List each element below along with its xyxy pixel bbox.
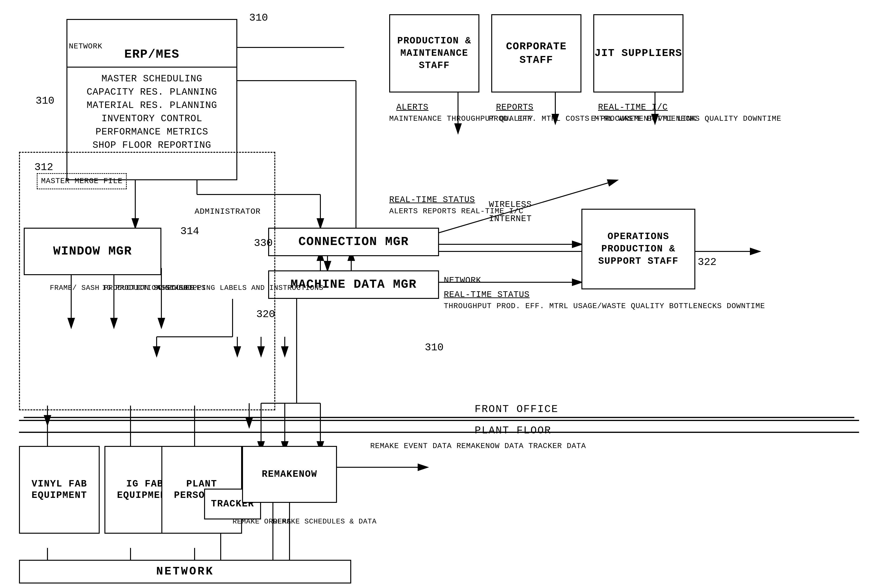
jit-suppliers-box: JIT SUPPLIERS: [593, 14, 684, 93]
vinyl-fab-title: VINYL FAB EQUIPMENT: [20, 478, 99, 501]
assy-shipping-label: ASSY/SHIPPING LABELS AND INSTRUCTIONS: [156, 284, 323, 293]
front-office-label: FRONT OFFICE: [475, 403, 558, 415]
network-label-top: NETWORK: [69, 42, 102, 51]
dashed-left-area: [19, 152, 275, 410]
ref-322: 322: [698, 256, 717, 268]
alerts-label: ALERTS: [396, 102, 428, 113]
network-bottom-box: NETWORK: [19, 560, 351, 584]
real-time-status-bottom-label: REAL-TIME STATUS: [444, 290, 530, 300]
production-staff-title: PRODUCTION & MAINTENANCE STAFF: [390, 35, 478, 72]
corporate-staff-title: CORPORATE STAFF: [492, 40, 580, 67]
plant-floor-label: PLANT FLOOR: [475, 424, 551, 436]
reports-label: REPORTS: [496, 102, 533, 113]
ref-310-bottom: 310: [425, 342, 443, 353]
remake-schedules-label: REMAKE SCHEDULES & DATA: [273, 517, 377, 526]
divider-upper: [19, 420, 859, 421]
ref-310-left: 310: [36, 95, 54, 107]
divider-lower: [19, 432, 859, 433]
corporate-staff-box: CORPORATE STAFF: [491, 14, 581, 93]
jit-suppliers-title: JIT SUPPLIERS: [595, 46, 682, 60]
network-right-label: NETWORK: [444, 275, 481, 286]
vinyl-fab-box: VINYL FAB EQUIPMENT: [19, 446, 100, 534]
network-bottom-title: NETWORK: [156, 565, 214, 579]
wireless-label: WIRELESS: [489, 199, 532, 210]
ref-310-top: 310: [249, 12, 268, 24]
diagram-container: 310 ERP/MES MASTER SCHEDULINGCAPACITY RE…: [0, 0, 879, 588]
connection-mgr-title: CONNECTION MGR: [299, 235, 409, 249]
remakenow-box: REMAKENOW: [242, 446, 337, 503]
e-procurement-vmi: E-PROCUREMENT VMI LINK: [591, 114, 696, 124]
connection-mgr-box: CONNECTION MGR: [268, 228, 439, 256]
operations-staff-title: OPERATIONS PRODUCTION & SUPPORT STAFF: [582, 231, 694, 267]
operations-staff-box: OPERATIONS PRODUCTION & SUPPORT STAFF: [581, 209, 695, 290]
real-time-status-top-label: REAL-TIME STATUS: [389, 195, 475, 206]
erp-mes-title: ERP/MES: [124, 48, 179, 62]
remake-event-label: REMAKE EVENT DATA REMAKENOW DATA TRACKER…: [370, 441, 586, 451]
real-time-ic-label: REAL-TIME I/C: [598, 102, 668, 113]
throughput-etc: THROUGHPUT PROD. EFF. MTRL USAGE/WASTE Q…: [444, 301, 765, 311]
production-staff-box: PRODUCTION & MAINTENANCE STAFF: [389, 14, 479, 93]
remakenow-title: REMAKENOW: [262, 469, 317, 480]
internet-label: INTERNET: [489, 213, 532, 225]
erp-mes-content: MASTER SCHEDULINGCAPACITY RES. PLANNINGM…: [87, 72, 217, 152]
